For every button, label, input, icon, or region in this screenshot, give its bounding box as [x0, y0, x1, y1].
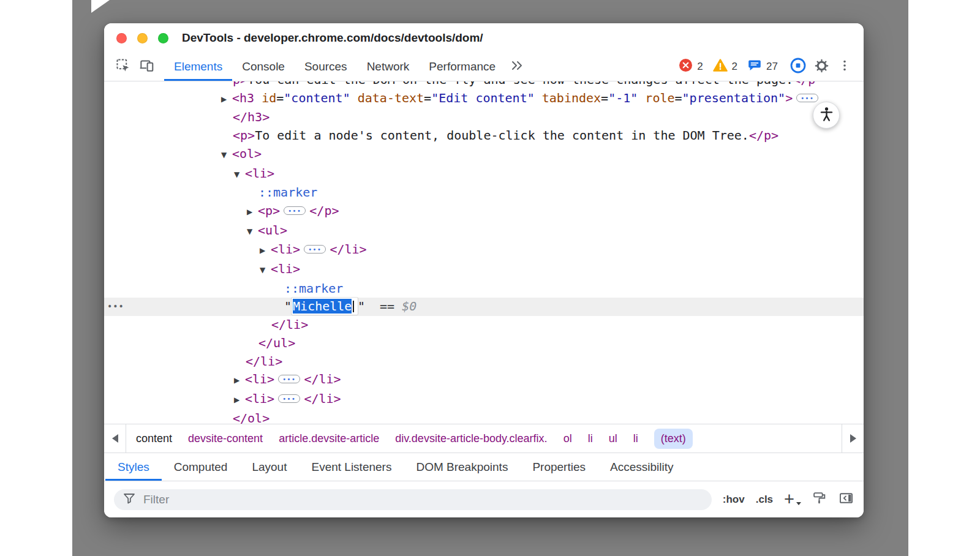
disclosure-triangle-icon[interactable]: ▼ [221, 146, 232, 165]
inline-edit-box[interactable]: Michelle [292, 298, 358, 315]
breadcrumb-item[interactable]: (text) [654, 429, 693, 449]
disclosure-triangle-icon[interactable]: ▼ [247, 223, 258, 241]
breadcrumb-item[interactable]: content [136, 432, 172, 445]
inspect-cursor-icon [115, 58, 131, 76]
sidebar-tab-styles[interactable]: Styles [105, 453, 162, 481]
code-token: </li> [246, 354, 282, 369]
toggle-element-state-button[interactable]: :hov [723, 494, 745, 506]
sidebar-panel-icon [839, 490, 854, 508]
inspect-element-button[interactable] [111, 54, 135, 79]
new-style-rule-button[interactable]: + [784, 490, 801, 508]
dom-tree-row[interactable]: ▼<li> [104, 260, 864, 280]
disclosure-triangle-icon[interactable]: ▼ [260, 261, 271, 280]
disclosure-triangle-icon[interactable]: ▼ [234, 166, 245, 184]
code-token: <li> [245, 391, 274, 406]
dom-tree-row[interactable]: ▶<li>•••</li> [104, 241, 864, 260]
breadcrumb-next-button[interactable] [842, 424, 864, 453]
tab-elements[interactable]: Elements [164, 53, 232, 81]
dom-tree-row[interactable]: ▶<li>•••</li> [104, 370, 864, 390]
kebab-menu-button[interactable] [833, 54, 856, 79]
accessibility-overlay-button[interactable] [813, 102, 840, 129]
expand-children-button[interactable]: ••• [284, 206, 306, 215]
dom-tree: p>You can edit the DOM on the fly and se… [104, 81, 864, 424]
dom-tree-row[interactable]: </ul> [104, 334, 864, 353]
more-tabs-button[interactable] [505, 54, 529, 79]
screencast-button[interactable] [786, 54, 810, 79]
expand-children-button[interactable]: ••• [278, 375, 300, 383]
sidebar-tab-accessibility[interactable]: Accessibility [598, 453, 685, 481]
code-token: </ol> [233, 411, 270, 424]
styles-filter-input[interactable] [142, 492, 703, 507]
dom-tree-row[interactable]: ▼<li> [104, 165, 864, 184]
dom-tree-row[interactable]: ::marker [104, 280, 864, 298]
dom-tree-row[interactable]: ▼<ol> [104, 145, 864, 165]
error-count-badge[interactable]: 2 [679, 58, 703, 75]
dom-tree-row-selected[interactable]: •••"Michelle" == $0 [104, 298, 864, 316]
code-token: </li> [304, 372, 341, 386]
dom-tree-row[interactable]: ::marker [104, 184, 864, 202]
device-toolbar-icon [138, 58, 154, 76]
traffic-lights [116, 33, 168, 43]
dom-tree-row[interactable]: </ol> [104, 410, 864, 424]
breadcrumb-item[interactable]: li [588, 432, 593, 445]
code-token: "-1" [608, 91, 638, 105]
code-token: </h3> [233, 110, 270, 124]
tab-console[interactable]: Console [232, 53, 295, 81]
breadcrumb-item[interactable]: article.devsite-article [279, 432, 379, 445]
settings-button[interactable] [810, 54, 833, 79]
code-token: "content" [284, 91, 350, 105]
accessibility-person-icon [818, 106, 835, 125]
row-overflow-menu-icon[interactable]: ••• [107, 298, 124, 316]
code-token: tabindex [535, 91, 601, 105]
disclosure-triangle-icon[interactable]: ▶ [234, 372, 245, 390]
close-window-button[interactable] [116, 33, 127, 43]
element-classes-button[interactable]: .cls [756, 494, 773, 506]
dom-tree-row[interactable]: <p>To edit a node's content, double-clic… [104, 127, 864, 145]
dom-tree-row[interactable]: ▶<p>•••</p> [104, 202, 864, 222]
dom-tree-row[interactable]: p>You can edit the DOM on the fly and se… [104, 81, 864, 89]
sidebar-tab-computed[interactable]: Computed [162, 453, 240, 481]
screencast-icon [790, 57, 807, 77]
issues-count-badge[interactable]: 27 [747, 58, 778, 76]
expand-children-button[interactable]: ••• [796, 94, 818, 102]
disclosure-triangle-icon[interactable]: ▶ [260, 242, 271, 260]
zoom-window-button[interactable] [158, 33, 168, 43]
expand-children-button[interactable]: ••• [304, 245, 326, 254]
sidebar-tab-dom-breakpoints[interactable]: DOM Breakpoints [404, 453, 520, 481]
rendering-emulations-button[interactable] [812, 490, 827, 508]
dom-tree-row[interactable]: ▼<ul> [104, 222, 864, 241]
code-token: <h3 [232, 91, 254, 105]
dom-tree-row[interactable]: </li> [104, 316, 864, 334]
code-token: = [601, 91, 608, 105]
disclosure-triangle-icon[interactable]: ▶ [247, 203, 258, 222]
tab-network[interactable]: Network [357, 53, 420, 81]
dom-tree-row[interactable]: ▶<h3 id="content" data-text="Edit conten… [104, 89, 864, 109]
computed-sidebar-toggle-button[interactable] [839, 490, 854, 508]
code-token: = [675, 91, 682, 105]
dom-tree-row[interactable]: </li> [104, 353, 864, 371]
tab-sources[interactable]: Sources [295, 53, 357, 81]
devtools-toolbar: ElementsConsoleSourcesNetworkPerformance… [104, 53, 864, 81]
dom-tree-row[interactable]: ▶<li>•••</li> [104, 390, 864, 410]
breadcrumb-prev-button[interactable] [104, 424, 126, 453]
warning-count-badge[interactable]: 2 [713, 58, 737, 76]
sidebar-tab-layout[interactable]: Layout [239, 453, 299, 481]
code-token: </p> [749, 128, 778, 143]
breadcrumb-item[interactable]: ol [564, 432, 572, 445]
device-toolbar-button[interactable] [135, 54, 158, 79]
breadcrumb-item[interactable]: div.devsite-article-body.clearfix. [395, 432, 547, 445]
tab-performance[interactable]: Performance [419, 53, 505, 81]
filter-field[interactable] [114, 489, 712, 510]
disclosure-triangle-icon[interactable]: ▶ [234, 391, 245, 410]
breadcrumb-item[interactable]: ul [609, 432, 617, 445]
dom-tree-row[interactable]: </h3> [104, 108, 864, 127]
minimize-window-button[interactable] [137, 33, 148, 43]
breadcrumb-item[interactable]: li [633, 432, 638, 445]
text-caret-icon [353, 301, 354, 312]
disclosure-triangle-icon[interactable]: ▶ [221, 91, 232, 109]
sidebar-tab-event-listeners[interactable]: Event Listeners [299, 453, 404, 481]
breadcrumb-item[interactable]: devsite-content [188, 432, 263, 445]
sidebar-tab-properties[interactable]: Properties [520, 453, 598, 481]
expand-children-button[interactable]: ••• [278, 394, 300, 403]
caret-down-icon [796, 502, 801, 505]
